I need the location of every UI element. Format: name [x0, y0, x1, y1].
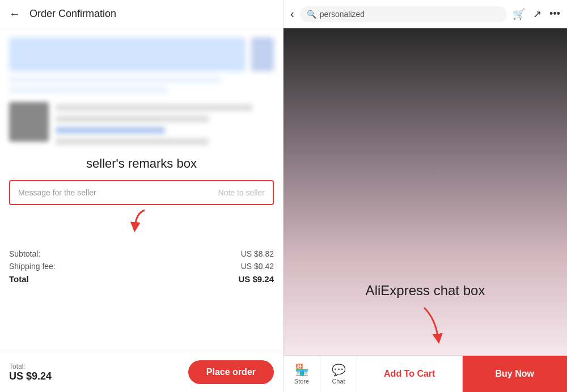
arrow-annotation-left: [9, 207, 274, 236]
left-header: ← Order Confirmation: [0, 0, 283, 28]
seller-message-input[interactable]: Message for the seller Note to seller: [9, 180, 274, 205]
total-label: Total: [9, 274, 29, 284]
message-placeholder-left: Message for the seller: [18, 188, 214, 197]
right-bottom-bar: 🏪 Store 💬 Chat Add To Cart Buy Now: [284, 355, 567, 392]
subtotal-value: US $8.82: [241, 249, 274, 258]
add-to-cart-button[interactable]: Add To Cart: [357, 356, 463, 393]
total-small-label: Total:: [9, 363, 52, 370]
right-header: ‹ 🔍 personalized 🛒 ↗ •••: [284, 0, 567, 28]
chat-annotation-text: AliExpress chat box: [366, 283, 485, 298]
remarks-annotation: seller's remarks box: [0, 150, 283, 173]
place-order-button[interactable]: Place order: [188, 360, 274, 384]
message-box-section: Message for the seller Note to seller: [0, 173, 283, 242]
left-bottom-bar: Total: US $9.24 Place order: [0, 352, 283, 392]
chat-annotation: AliExpress chat box: [366, 283, 485, 299]
arrow-annotation-right: [407, 302, 452, 350]
red-arrow-left-icon: [125, 207, 159, 236]
total-display: Total: US $9.24: [9, 363, 52, 382]
address-section-blurred: [0, 28, 283, 102]
shipping-row: Shipping fee: US $0.42: [9, 262, 274, 271]
store-icon: 🏪: [295, 363, 309, 377]
buy-now-button[interactable]: Buy Now: [463, 356, 568, 393]
search-bar[interactable]: 🔍 personalized: [300, 6, 507, 22]
search-text: personalized: [320, 10, 365, 19]
chat-tab[interactable]: 💬 Chat: [320, 356, 357, 393]
subtotal-row: Subtotal: US $8.82: [9, 249, 274, 258]
left-panel: ← Order Confirmation seller's remarks bo…: [0, 0, 284, 392]
chat-icon: 💬: [332, 363, 346, 377]
search-icon: 🔍: [307, 10, 316, 19]
right-panel: ‹ 🔍 personalized 🛒 ↗ ••• AliExpress chat…: [284, 0, 567, 392]
cart-icon[interactable]: 🛒: [513, 8, 525, 20]
product-image-area: AliExpress chat box: [284, 28, 567, 355]
message-placeholder-right: Note to seller: [218, 188, 265, 197]
store-tab[interactable]: 🏪 Store: [284, 356, 320, 393]
chat-label: Chat: [332, 378, 345, 385]
page-title: Order Confirmation: [29, 8, 116, 20]
shipping-value: US $0.42: [241, 262, 274, 271]
total-big-value: US $9.24: [9, 370, 52, 382]
right-back-button[interactable]: ‹: [290, 7, 294, 20]
total-value: US $9.24: [238, 274, 274, 284]
product-section-blurred: [0, 102, 283, 150]
share-icon[interactable]: ↗: [533, 8, 541, 20]
subtotal-label: Subtotal:: [9, 249, 40, 258]
store-label: Store: [294, 378, 309, 385]
back-button[interactable]: ←: [9, 7, 20, 20]
order-totals: Subtotal: US $8.82 Shipping fee: US $0.4…: [0, 242, 283, 291]
left-content: seller's remarks box Message for the sel…: [0, 28, 283, 352]
total-row: Total US $9.24: [9, 274, 274, 284]
shipping-label: Shipping fee:: [9, 262, 56, 271]
header-icons: 🛒 ↗ •••: [513, 8, 560, 20]
more-icon[interactable]: •••: [549, 8, 560, 20]
red-arrow-right-icon: [407, 302, 452, 347]
